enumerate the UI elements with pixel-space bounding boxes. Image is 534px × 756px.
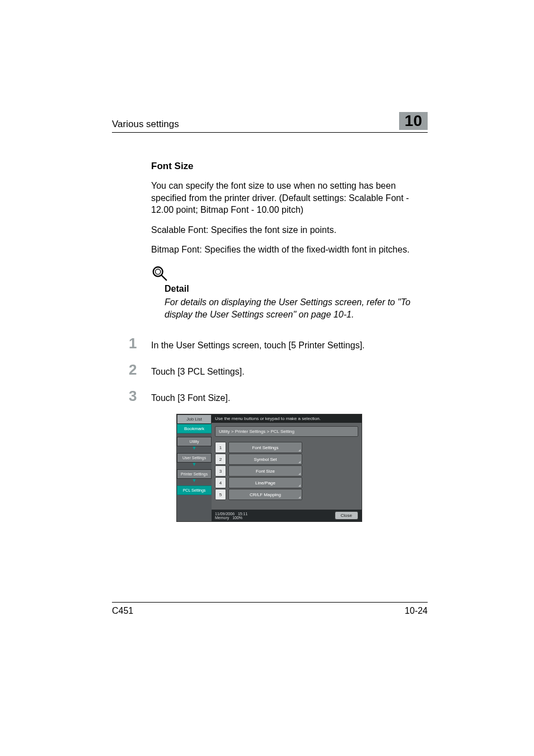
- arrow-down-icon: ▼: [177, 479, 212, 482]
- status-left: 11/09/2006 15:11 Memory 100%: [215, 512, 247, 520]
- main-panel: Use the menu buttons or keypad to make a…: [212, 414, 362, 521]
- arrow-down-icon: ▼: [177, 446, 212, 450]
- instruction-bar: Use the menu buttons or keypad to make a…: [212, 414, 362, 423]
- subsection-heading: Font Size: [151, 161, 425, 172]
- paragraph: You can specify the font size to use whe…: [151, 180, 425, 216]
- menu-item-line-page[interactable]: 4 Line/Page: [215, 478, 358, 488]
- menu-label: Line/Page: [228, 477, 302, 488]
- paragraph: Scalable Font: Specifies the font size i…: [151, 224, 425, 236]
- step-text: In the User Settings screen, touch [5 Pr…: [151, 340, 365, 351]
- menu-item-symbol-set[interactable]: 2 Symbol Set: [215, 454, 358, 464]
- menu-item-font-settings[interactable]: 1 Font Settings: [215, 442, 358, 452]
- tab-job-list[interactable]: Job List: [177, 414, 212, 424]
- step-number: 1: [129, 335, 151, 352]
- step-number: 3: [129, 388, 151, 405]
- step-text: Touch [3 Font Size].: [151, 393, 230, 403]
- detail-text: For details on displaying the User Setti…: [165, 296, 425, 320]
- menu-label: Font Settings: [228, 442, 302, 453]
- step-item: 1 In the User Settings screen, touch [5 …: [129, 335, 425, 352]
- chapter-number-badge: 10: [399, 112, 428, 130]
- svg-line-2: [162, 276, 166, 280]
- status-mem-label: Memory: [215, 516, 229, 520]
- menu-number: 4: [215, 477, 226, 488]
- footer-model: C451: [112, 606, 133, 616]
- step-item: 3 Touch [3 Font Size].: [129, 388, 425, 405]
- footer-page-number: 10-24: [405, 606, 428, 616]
- status-mem-value: 100%: [232, 516, 242, 520]
- left-panel: Job List Bookmark Utility ▼ User Setting…: [177, 414, 212, 521]
- close-button[interactable]: Close: [335, 511, 358, 520]
- status-time: 15:11: [238, 512, 248, 516]
- menu-item-crlf-mapping[interactable]: 5 CR/LF Mapping: [215, 489, 358, 500]
- magnifier-icon: [151, 265, 168, 282]
- breadcrumb: Utility > Printer Settings > PCL Setting: [215, 426, 358, 437]
- paragraph: Bitmap Font: Specifies the width of the …: [151, 244, 425, 256]
- step-text: Touch [3 PCL Settings].: [151, 367, 245, 377]
- detail-note: Detail For details on displaying the Use…: [151, 265, 425, 320]
- menu-number: 2: [215, 454, 226, 465]
- page-footer: C451 10-24: [112, 602, 428, 616]
- menu-item-font-size[interactable]: 3 Font Size: [215, 466, 358, 476]
- menu-number: 3: [215, 465, 226, 477]
- status-bar: 11/09/2006 15:11 Memory 100% Close: [212, 510, 362, 521]
- section-title: Various settings: [112, 119, 179, 130]
- tab-bookmark[interactable]: Bookmark: [177, 424, 212, 433]
- menu-label: CR/LF Mapping: [228, 489, 302, 500]
- menu-number: 5: [215, 489, 226, 500]
- menu-label: Font Size: [228, 465, 302, 477]
- nav-pcl-settings[interactable]: PCL Settings: [177, 486, 212, 495]
- step-item: 2 Touch [3 PCL Settings].: [129, 361, 425, 379]
- document-page: Various settings 10 Font Size You can sp…: [0, 0, 534, 756]
- detail-label: Detail: [165, 284, 425, 294]
- arrow-down-icon: ▼: [177, 463, 212, 466]
- status-date: 11/09/2006: [215, 512, 235, 516]
- svg-point-1: [156, 269, 161, 274]
- running-header: Various settings 10: [112, 112, 428, 133]
- menu-number: 1: [215, 442, 226, 453]
- menu-label: Symbol Set: [228, 454, 302, 465]
- printer-panel-screenshot: Job List Bookmark Utility ▼ User Setting…: [176, 414, 362, 522]
- body-column: Font Size You can specify the font size …: [151, 161, 425, 522]
- step-number: 2: [129, 361, 151, 379]
